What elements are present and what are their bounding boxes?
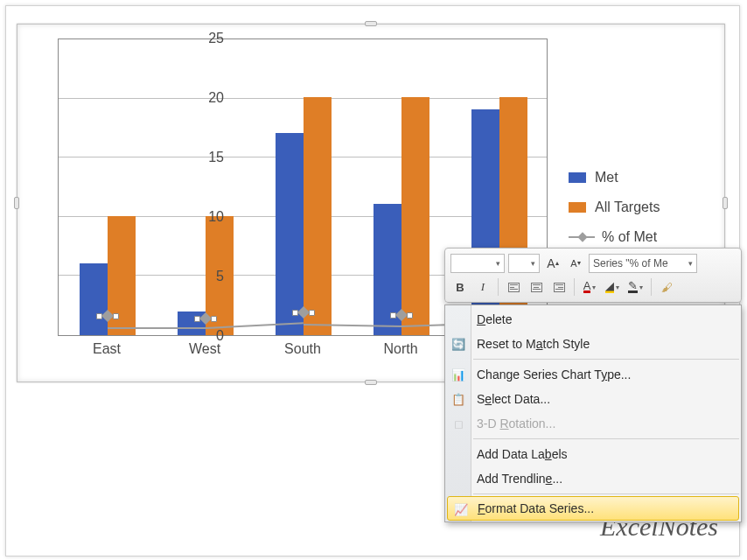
format-series-icon: 📈 — [453, 501, 469, 517]
italic-button[interactable]: I — [473, 277, 492, 297]
x-tick: West — [170, 341, 240, 357]
paint-bucket-icon: ◢ — [605, 281, 614, 293]
bar-met-south[interactable] — [276, 133, 304, 335]
x-tick: South — [268, 341, 338, 357]
pencil-icon: ✎ — [628, 281, 638, 293]
line-marker[interactable] — [199, 312, 212, 325]
legend-line-icon — [569, 236, 595, 238]
menu-item-select-data[interactable]: 📋 Select Data... — [445, 387, 741, 411]
x-tick: North — [366, 341, 436, 357]
y-tick: 10 — [198, 209, 224, 225]
menu-item-change-series-chart-type[interactable]: 📊 Change Series Chart Type... — [445, 362, 741, 387]
bar-met-east[interactable] — [80, 263, 108, 335]
legend-label: Met — [595, 170, 618, 186]
legend-label: All Targets — [595, 200, 660, 215]
chart-legend[interactable]: Met All Targets % of Met — [569, 163, 660, 252]
series-context-menu[interactable]: Delete 🔄 Reset to Match Style 📊 Change S… — [444, 304, 742, 522]
menu-item-reset-to-match-style[interactable]: 🔄 Reset to Match Style — [445, 332, 741, 356]
paintbrush-icon: 🖌 — [661, 281, 673, 294]
bold-button[interactable]: B — [450, 277, 470, 297]
menu-item-format-data-series[interactable]: 📈 Format Data Series... — [447, 496, 739, 521]
legend-entry-met[interactable]: Met — [569, 163, 660, 192]
menu-item-add-trendline[interactable]: Add Trendline... — [445, 466, 741, 491]
reset-style-icon: 🔄 — [450, 336, 466, 352]
line-marker[interactable] — [297, 306, 310, 318]
rotation-icon: ◻ — [450, 416, 466, 431]
legend-entry-all-targets[interactable]: All Targets — [569, 192, 660, 222]
format-painter-button[interactable]: 🖌 — [657, 277, 676, 297]
font-family-combo[interactable]: ▾ — [450, 254, 505, 273]
chart-element-combo-label: Series "% of Me — [593, 257, 668, 270]
chart-element-combo[interactable]: Series "% of Me ▾ — [589, 254, 697, 273]
font-color-button[interactable]: A — [580, 277, 599, 297]
y-tick: 25 — [198, 31, 224, 46]
grow-font-button[interactable]: A▴ — [543, 254, 562, 273]
menu-item-delete[interactable]: Delete — [445, 307, 741, 332]
chart-type-icon: 📊 — [450, 367, 466, 382]
x-tick: East — [72, 341, 142, 357]
legend-swatch — [569, 202, 586, 213]
bar-targets-south[interactable] — [304, 97, 332, 335]
y-tick: 15 — [198, 150, 224, 165]
line-segment — [108, 327, 206, 329]
mini-format-toolbar[interactable]: ▾ ▾ A▴ A▾ Series "% of Me ▾ B I A ◢ ✎ 🖌 — [444, 248, 742, 303]
bar-targets-north[interactable] — [401, 97, 429, 335]
align-center-button[interactable] — [527, 277, 546, 297]
align-left-button[interactable] — [504, 277, 523, 297]
line-marker[interactable] — [395, 309, 408, 321]
align-right-button[interactable] — [549, 277, 569, 297]
line-marker[interactable] — [101, 310, 114, 322]
font-size-combo[interactable]: ▾ — [508, 254, 540, 273]
outline-color-button[interactable]: ✎ — [625, 277, 646, 297]
y-tick: 20 — [198, 90, 224, 106]
shrink-font-button[interactable]: A▾ — [566, 254, 585, 273]
legend-swatch — [569, 172, 586, 183]
select-data-icon: 📋 — [450, 391, 466, 407]
legend-label: % of Met — [602, 229, 657, 245]
fill-color-button[interactable]: ◢ — [603, 277, 622, 297]
menu-item-3d-rotation: ◻ 3-D Rotation... — [445, 411, 741, 436]
y-tick: 5 — [198, 269, 224, 284]
menu-item-add-data-labels[interactable]: Add Data Labels — [445, 442, 741, 466]
